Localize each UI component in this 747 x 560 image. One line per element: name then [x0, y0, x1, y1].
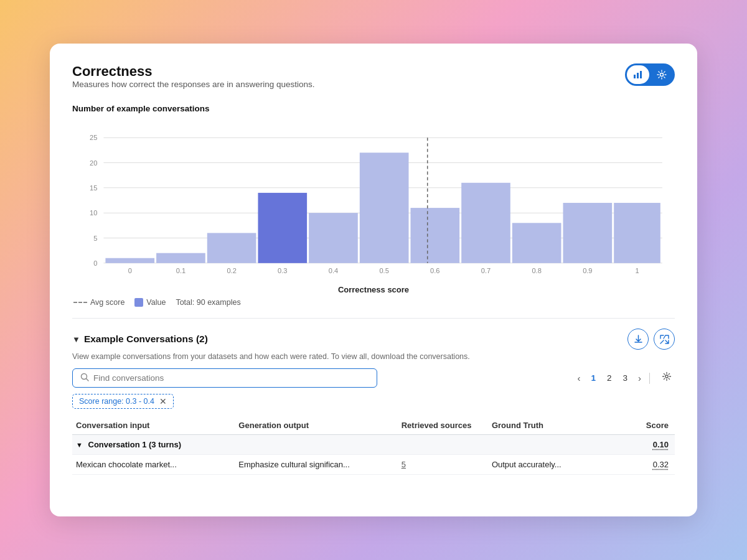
legend-avg: Avg score [73, 298, 125, 307]
data-row-score: 0.32 [609, 455, 675, 475]
table-row: ▼ Conversation 1 (3 turns) 0.10 [72, 435, 675, 455]
title-group: Correctness Measures how correct the res… [72, 63, 314, 100]
chart-area: 0 5 10 15 20 25 0 0.1 [72, 119, 675, 281]
view-toggle[interactable] [625, 63, 675, 86]
chart-legend: Avg score Value Total: 90 examples [72, 298, 675, 307]
filter-tag: Score range: 0.3 - 0.4 ✕ [72, 394, 174, 409]
dash-line-icon [73, 302, 87, 303]
page-1[interactable]: 1 [587, 372, 599, 384]
svg-text:0.8: 0.8 [532, 267, 541, 274]
x-axis-label: Correctness score [72, 285, 675, 294]
conv-chevron-icon: ▼ [76, 441, 83, 449]
section-description: View example conversations from your dat… [72, 352, 675, 361]
conversation-header-ret [398, 435, 488, 455]
bar-9[interactable] [563, 203, 613, 263]
retrieved-sources-link[interactable]: 5 [402, 460, 406, 469]
svg-text:0: 0 [93, 259, 97, 267]
svg-text:0.3: 0.3 [278, 267, 287, 274]
pagination-divider [649, 373, 650, 384]
conversation-header-score: 0.10 [609, 435, 675, 455]
search-box[interactable] [72, 368, 377, 388]
search-icon [80, 373, 89, 383]
bar-5[interactable] [360, 152, 409, 263]
svg-text:0.9: 0.9 [583, 267, 592, 274]
svg-text:0.1: 0.1 [176, 267, 186, 274]
settings-toggle[interactable] [651, 65, 673, 84]
svg-text:0.2: 0.2 [227, 267, 236, 274]
page-subtitle: Measures how correct the responses are i… [72, 80, 314, 89]
svg-text:5: 5 [93, 235, 97, 242]
section-header: ▼ Example Conversations (2) [72, 329, 675, 350]
data-row-conv-input: Mexican chocolate market... [72, 455, 235, 475]
legend-value: Value [134, 298, 166, 307]
expand-button[interactable] [654, 329, 675, 350]
svg-text:20: 20 [90, 159, 97, 167]
conversation-header-input: ▼ Conversation 1 (3 turns) [72, 435, 235, 455]
data-row-gen-output: Emphasize cultural significan... [235, 455, 397, 475]
prev-page-button[interactable]: ‹ [574, 371, 583, 385]
svg-rect-2 [640, 71, 642, 78]
svg-rect-1 [637, 73, 639, 78]
col-header-generation-output: Generation output [235, 416, 397, 435]
col-header-ground-truth: Ground Truth [488, 416, 609, 435]
col-header-retrieved-sources: Retrieved sources [398, 416, 488, 435]
chevron-icon: ▼ [72, 335, 80, 344]
section-title-text: Example Conversations (2) [84, 334, 208, 345]
conversation-header-gen [235, 435, 397, 455]
section-icons [627, 329, 675, 350]
svg-text:0: 0 [128, 267, 132, 274]
svg-text:1: 1 [635, 267, 639, 274]
svg-rect-0 [634, 75, 636, 78]
next-page-button[interactable]: › [635, 371, 644, 385]
bar-chart-toggle[interactable] [627, 65, 649, 84]
bar-3-highlighted[interactable] [258, 193, 307, 263]
pagination: ‹ 1 2 3 › [574, 370, 675, 386]
svg-point-3 [660, 73, 664, 77]
svg-text:10: 10 [90, 209, 97, 217]
bar-0[interactable] [105, 258, 154, 263]
col-header-conversation-input: Conversation input [72, 416, 235, 435]
bar-4[interactable] [309, 213, 358, 263]
section-title-group: ▼ Example Conversations (2) [72, 334, 208, 345]
header-row: Correctness Measures how correct the res… [72, 63, 675, 100]
search-row: ‹ 1 2 3 › [72, 368, 675, 388]
histogram-svg: 0 5 10 15 20 25 0 0.1 [72, 119, 675, 281]
table-header: Conversation input Generation output Ret… [72, 416, 675, 435]
bar-8[interactable] [512, 223, 561, 263]
data-row-retrieved: 5 [398, 455, 488, 475]
svg-text:25: 25 [90, 134, 97, 141]
data-row-ground-truth: Output accurately... [488, 455, 609, 475]
col-header-score: Score [609, 416, 675, 435]
page-3[interactable]: 3 [619, 372, 631, 384]
table-body: ▼ Conversation 1 (3 turns) 0.10 Mexican … [72, 435, 675, 475]
legend-total: Total: 90 examples [176, 298, 240, 307]
bar-1[interactable] [156, 253, 205, 263]
conversation-header-ground [488, 435, 609, 455]
svg-text:0.4: 0.4 [329, 267, 338, 274]
chart-title: Number of example conversations [72, 104, 675, 113]
table-settings-button[interactable] [659, 370, 675, 386]
svg-text:0.5: 0.5 [379, 267, 388, 274]
section-divider [72, 318, 675, 319]
filter-label: Score range: 0.3 - 0.4 [79, 397, 154, 406]
svg-text:0.6: 0.6 [430, 267, 439, 274]
svg-point-29 [665, 375, 668, 378]
download-button[interactable] [627, 329, 649, 350]
svg-text:15: 15 [90, 184, 97, 192]
table-row: Mexican chocolate market... Emphasize cu… [72, 455, 675, 475]
filter-remove-button[interactable]: ✕ [159, 396, 167, 406]
search-input[interactable] [93, 373, 369, 383]
page-title: Correctness [72, 63, 314, 80]
svg-text:0.7: 0.7 [481, 267, 491, 274]
bar-2[interactable] [207, 233, 256, 263]
conversations-table: Conversation input Generation output Ret… [72, 416, 675, 475]
bar-10[interactable] [614, 203, 660, 263]
legend-box-icon [134, 298, 143, 307]
main-card: Correctness Measures how correct the res… [50, 44, 697, 516]
bar-6[interactable] [410, 208, 459, 263]
bar-7[interactable] [461, 183, 510, 263]
page-2[interactable]: 2 [603, 372, 616, 384]
svg-line-28 [87, 379, 89, 381]
